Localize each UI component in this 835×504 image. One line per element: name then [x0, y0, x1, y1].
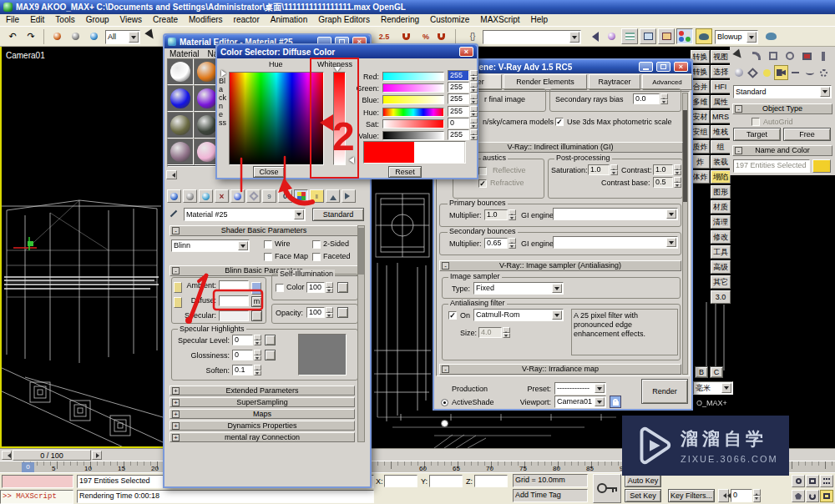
script-button[interactable]: 安材: [691, 110, 710, 123]
self-illum-map-button[interactable]: [337, 282, 348, 293]
minimize-icon[interactable]: [639, 62, 653, 72]
percent-snap-icon[interactable]: %: [418, 28, 434, 44]
production-radio[interactable]: [441, 399, 448, 406]
tab-utilities[interactable]: [815, 48, 832, 63]
frame-spinner[interactable]: [753, 489, 761, 502]
menu-create[interactable]: Create: [153, 15, 178, 26]
secondary-rays-spinner[interactable]: [660, 93, 668, 104]
script-button[interactable]: 安组: [691, 125, 710, 139]
hue-spinner[interactable]: [470, 106, 478, 117]
refractive-checkbox[interactable]: ✓: [478, 179, 487, 188]
specular-level-spinner[interactable]: [254, 335, 261, 345]
aa-size-spinner[interactable]: [503, 327, 510, 338]
glossiness-field[interactable]: 0: [232, 350, 253, 360]
frame-indicator[interactable]: 0: [22, 462, 34, 472]
script-button[interactable]: 视图: [711, 50, 731, 63]
extended-parameters-rollout[interactable]: +Extended Parameters: [170, 386, 355, 396]
go-to-start-button[interactable]: [718, 489, 729, 502]
material-id-icon[interactable]: 9: [262, 189, 276, 203]
saturation-field[interactable]: 1.0: [588, 164, 610, 175]
script-button[interactable]: 堆栈: [711, 125, 731, 139]
put-to-library-icon[interactable]: [246, 189, 261, 203]
menu-maxscript[interactable]: MAXScript: [480, 15, 519, 26]
selection-lock-key-button[interactable]: [593, 474, 621, 503]
dropdown-arrow-icon[interactable]: [569, 32, 579, 43]
set-key-button[interactable]: Set Key: [625, 489, 661, 502]
zoom-icon[interactable]: [792, 475, 805, 487]
sat-field[interactable]: 0: [448, 118, 469, 129]
menu-customize[interactable]: Customize: [430, 15, 469, 26]
go-to-parent-icon[interactable]: [326, 189, 340, 203]
whiteness-bottom-marker[interactable]: [346, 157, 354, 164]
bind-spacewarp-icon[interactable]: [85, 28, 102, 44]
face-map-checkbox[interactable]: [264, 253, 272, 261]
sample-slot[interactable]: [167, 85, 194, 112]
mirror-icon[interactable]: [584, 28, 601, 44]
secondary-rays-field[interactable]: 0.0: [633, 93, 660, 104]
dropdown-arrow-icon[interactable]: [552, 310, 562, 320]
menu-reactor[interactable]: reactor: [234, 15, 260, 26]
script-button[interactable]: 转换: [691, 65, 710, 78]
key-filters-button[interactable]: Key Filters...: [668, 489, 715, 502]
assign-to-selection-icon[interactable]: [199, 189, 213, 203]
current-frame-field[interactable]: 0: [731, 489, 752, 502]
redo-icon[interactable]: ↷: [23, 28, 39, 44]
spinner-snap-icon[interactable]: [433, 28, 449, 44]
mental-ray-connection-rollout[interactable]: +mental ray Connection: [170, 432, 355, 442]
dynamics-properties-rollout[interactable]: +Dynamics Properties: [170, 421, 355, 431]
tab-create[interactable]: [731, 48, 748, 63]
menu-rendering[interactable]: Rendering: [381, 15, 419, 26]
put-to-scene-icon[interactable]: [183, 189, 197, 203]
viewport-camera-label[interactable]: Camera01: [6, 51, 45, 60]
wire-checkbox[interactable]: [264, 240, 272, 249]
reset-button[interactable]: Reset: [388, 166, 422, 178]
dropdown-arrow-icon[interactable]: [595, 384, 605, 393]
material-type-button[interactable]: Standard: [312, 208, 364, 221]
reflective-checkbox[interactable]: [478, 167, 487, 175]
red-spinner[interactable]: [470, 70, 478, 81]
render-type-dropdown[interactable]: Blowup: [715, 30, 758, 44]
show-end-result-icon[interactable]: [294, 189, 308, 203]
glossiness-spinner[interactable]: [254, 350, 261, 360]
show-map-icon[interactable]: 0: [278, 189, 292, 203]
sat-slider[interactable]: [382, 119, 444, 129]
secondary-gi-engine-dropdown[interactable]: [553, 236, 678, 249]
expand-icon[interactable]: +: [172, 387, 180, 395]
menu-modifiers[interactable]: Modifiers: [189, 15, 223, 26]
preset-dropdown[interactable]: -------------: [554, 382, 606, 395]
two-sided-checkbox[interactable]: [312, 240, 321, 249]
photometric-checkbox[interactable]: ✓: [555, 118, 564, 126]
object-type-rollout[interactable]: -Object Type: [732, 103, 832, 114]
dropdown-arrow-icon[interactable]: [666, 209, 676, 219]
maxscript-mini-listener-white[interactable]: >> MAXScript: [0, 490, 73, 504]
primary-multiplier-field[interactable]: 1.0: [484, 209, 508, 220]
shader-basic-rollout[interactable]: -Shader Basic Parameters: [170, 225, 358, 236]
layer-manager-icon[interactable]: [621, 28, 638, 44]
script-button[interactable]: 其它: [711, 275, 731, 289]
script-button[interactable]: 选择: [711, 65, 731, 78]
script-button[interactable]: 清理: [711, 215, 731, 229]
render-setup-icon[interactable]: [696, 28, 712, 44]
script-button[interactable]: 工具: [711, 245, 731, 259]
make-unique-icon[interactable]: [230, 189, 245, 203]
tab-modify[interactable]: [748, 48, 765, 63]
dropdown-arrow-icon[interactable]: [294, 209, 304, 219]
object-name-field[interactable]: 197 Entities Selected: [733, 159, 810, 173]
aa-size-field[interactable]: 4.0: [478, 327, 502, 338]
diffuse-color-swatch[interactable]: [219, 295, 249, 306]
collapse-icon[interactable]: -: [442, 262, 449, 270]
saturation-spinner[interactable]: [610, 164, 618, 175]
aa-filter-dropdown[interactable]: Catmull-Rom: [473, 309, 564, 321]
snap-toggle-icon[interactable]: 2.5: [376, 28, 392, 44]
color-selector-titlebar[interactable]: Color Selector: Diffuse Color ×: [217, 45, 477, 58]
script-button[interactable]: 合并: [691, 80, 710, 93]
frame-forward-button[interactable]: [92, 451, 102, 460]
blue-field[interactable]: 255: [448, 93, 469, 104]
value-field[interactable]: 255: [448, 129, 469, 140]
curve-editor-icon[interactable]: [640, 28, 656, 44]
dropdown-arrow-icon[interactable]: [552, 284, 562, 293]
diffuse-map-button[interactable]: m: [251, 296, 262, 307]
collapse-icon[interactable]: -: [172, 227, 180, 234]
target-camera-button[interactable]: Target: [733, 128, 781, 141]
sample-slot[interactable]: [167, 139, 194, 165]
